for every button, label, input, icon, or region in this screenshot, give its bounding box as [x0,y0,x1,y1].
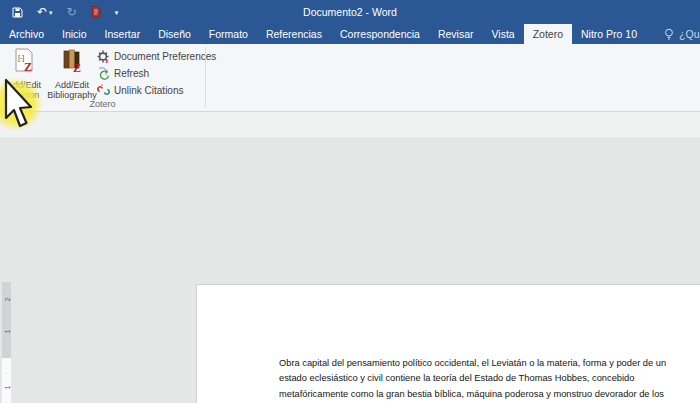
add-edit-citation-label-1: Add/Edit [7,80,41,91]
text-line: Obra capital del pensamiento político oc… [279,356,672,371]
unlink-citations-icon [97,84,110,97]
tab-vista[interactable]: Vista [483,24,524,44]
title-bar: ↶▾ ↻ ▾ Documento2 - Word [0,0,700,24]
ribbon: [-] Z Add/Edit Citation Z Add/Edit Bibli… [0,44,700,112]
tab-archivo[interactable]: Archivo [0,24,53,44]
document-preferences-label: Document Preferences [114,51,216,62]
preferences-gear-icon: z [97,50,110,63]
refresh-icon [97,67,110,80]
document-preferences-button[interactable]: z Document Preferences [97,50,216,63]
tab-diseno[interactable]: Diseño [149,24,200,44]
tab-referencias[interactable]: Referencias [257,24,331,44]
ribbon-small-buttons: z Document Preferences Refresh Unlink [97,50,216,97]
paragraph: Obra capital del pensamiento político oc… [279,356,672,403]
tell-me-box[interactable]: ¿Qué desea hacer? [656,24,700,44]
tab-correspondencia[interactable]: Correspondencia [331,24,429,44]
unlink-citations-label: Unlink Citations [114,85,183,96]
vertical-ruler[interactable] [2,358,11,403]
tab-insertar[interactable]: Insertar [96,24,150,44]
window-title: Documento2 - Word [0,0,700,24]
tab-inicio[interactable]: Inicio [53,24,96,44]
add-edit-citation-icon: [-] Z [12,48,36,77]
ribbon-group-label: Zotero [0,99,205,109]
ribbon-group-separator [205,47,206,107]
ruler-number: 2 [3,298,10,302]
add-edit-bibliography-label-1: Add/Edit [55,80,89,91]
refresh-label: Refresh [114,68,149,79]
svg-text:Z: Z [73,61,81,74]
tell-me-label: ¿Qué desea hacer? [679,28,700,40]
vertical-ruler-margin[interactable] [2,282,11,358]
tab-zotero[interactable]: Zotero [524,24,572,44]
refresh-button[interactable]: Refresh [97,67,216,80]
ruler-number: 1 [3,386,10,390]
document-area[interactable]: 211·2·3·4·5·6· Obra capital del pensamie… [0,137,700,403]
ribbon-tab-bar: Archivo Inicio Insertar Diseño Formato R… [0,24,700,44]
ruler-row: L 3·2·1·1·2·3·4·5·6·7·8·9·10·11·12·13·14… [0,112,700,137]
ruler-tick: · [6,399,8,403]
tab-nitro-pro[interactable]: Nitro Pro 10 [572,24,646,44]
ruler-number: 1 [3,330,10,334]
tab-revisar[interactable]: Revisar [429,24,483,44]
text-line: estado eclesiástico y civil contiene la … [279,371,672,386]
svg-text:z: z [106,57,109,63]
add-edit-bibliography-icon: Z [60,48,84,77]
unlink-citations-button[interactable]: Unlink Citations [97,84,216,97]
document-page[interactable]: Obra capital del pensamiento político oc… [196,284,700,403]
text-line: metafóricamente como la gran bestia bíbl… [279,387,672,402]
lightbulb-icon [664,28,674,41]
word-window: ↶▾ ↻ ▾ Documento2 - Word Archivo Inicio … [0,0,700,403]
tab-formato[interactable]: Formato [200,24,257,44]
svg-text:Z: Z [24,60,32,74]
ruler-tick: · [6,370,8,376]
